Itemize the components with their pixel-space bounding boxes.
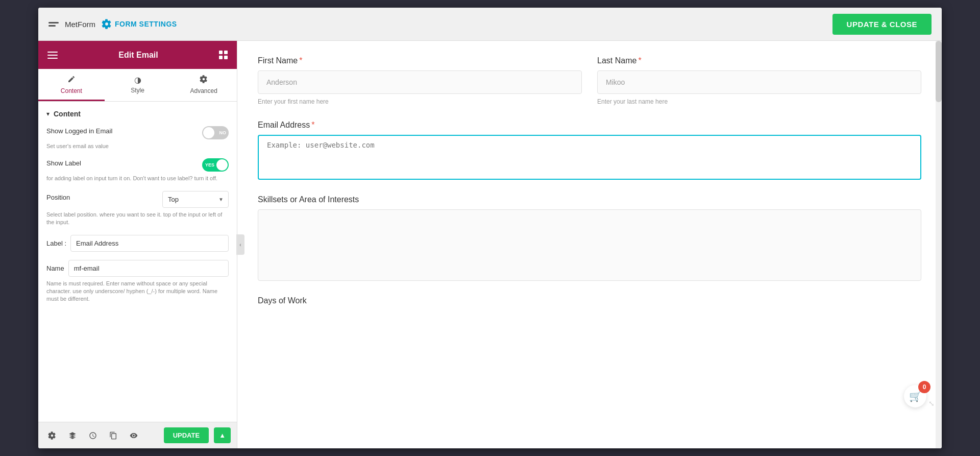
email-required: * bbox=[311, 121, 314, 129]
main-content: First Name* Enter your first name here L… bbox=[237, 41, 942, 448]
skillsets-area[interactable] bbox=[258, 209, 921, 281]
toggle-yes-text: YES bbox=[205, 162, 214, 167]
show-label-row: Show Label YES for adding label on input… bbox=[46, 158, 229, 182]
modal-header: MetForm FORM SETTINGS UPDATE & CLOSE bbox=[38, 8, 942, 41]
content-section-header: ▾ Content bbox=[46, 110, 229, 118]
name-row: First Name* Enter your first name here L… bbox=[258, 56, 921, 105]
show-logged-in-email-row: Show Logged in Email NO Set user's email… bbox=[46, 126, 229, 150]
modal-container: MetForm FORM SETTINGS UPDATE & CLOSE Edi bbox=[38, 8, 942, 448]
tab-style[interactable]: ◑ Style bbox=[105, 69, 171, 101]
last-name-required: * bbox=[638, 56, 641, 65]
name-field-hint: Name is must required. Enter name withou… bbox=[46, 280, 229, 303]
skillsets-wrapper: Skillsets or Area of Interests bbox=[258, 195, 921, 281]
section-title: Content bbox=[54, 110, 81, 118]
duplicate-toolbar-btn[interactable] bbox=[106, 428, 121, 443]
position-select[interactable]: Top Left bbox=[162, 191, 229, 208]
sidebar: Edit Email Content ◑ bbox=[38, 41, 237, 448]
first-name-field: First Name* Enter your first name here bbox=[258, 56, 582, 105]
update-close-button[interactable]: UPDATE & CLOSE bbox=[832, 14, 932, 35]
sidebar-content: ▾ Content Show Logged in Email NO Set us… bbox=[38, 102, 237, 422]
position-label: Position bbox=[46, 194, 70, 201]
label-field-row: Label : bbox=[46, 235, 229, 252]
header-left: MetForm FORM SETTINGS bbox=[48, 18, 177, 30]
bottom-toolbar: UPDATE ▲ bbox=[38, 422, 237, 448]
name-input[interactable] bbox=[68, 260, 229, 277]
style-icon: ◑ bbox=[134, 75, 141, 85]
sidebar-header: Edit Email bbox=[38, 41, 237, 69]
position-hint: Select label position. where you want to… bbox=[46, 211, 229, 227]
last-name-hint: Enter your last name here bbox=[597, 98, 921, 105]
label-field-label: Label : bbox=[46, 239, 66, 247]
metform-label: MetForm bbox=[65, 20, 95, 29]
first-name-required: * bbox=[299, 56, 302, 65]
last-name-field: Last Name* Enter your last name here bbox=[597, 56, 921, 105]
chevron-icon: ▾ bbox=[46, 110, 50, 117]
advanced-tab-label: Advanced bbox=[190, 87, 217, 94]
modal-body: Edit Email Content ◑ bbox=[38, 41, 942, 448]
name-field-label: Name bbox=[46, 265, 64, 272]
cart-badge: 0 bbox=[918, 381, 930, 393]
show-logged-in-email-hint: Set user's email as value bbox=[46, 142, 229, 150]
email-address-wrapper: Email Address* bbox=[258, 121, 921, 180]
grid-icon[interactable] bbox=[219, 51, 228, 59]
gear-icon bbox=[102, 19, 112, 29]
metform-logo: MetForm bbox=[48, 18, 95, 30]
days-of-work-label: Days of Work bbox=[258, 296, 921, 305]
collapse-sidebar-btn[interactable]: ‹ bbox=[236, 234, 244, 255]
tab-content[interactable]: Content bbox=[38, 69, 105, 101]
scrollbar-track bbox=[936, 41, 942, 448]
scrollbar-thumb[interactable] bbox=[936, 41, 942, 102]
position-row: Position Top Left ▼ Select label positio… bbox=[46, 191, 229, 227]
history-toolbar-btn[interactable] bbox=[85, 428, 101, 443]
days-of-work-section: Days of Work bbox=[258, 296, 921, 305]
style-tab-label: Style bbox=[131, 87, 144, 94]
show-label-label: Show Label bbox=[46, 159, 81, 167]
show-logged-in-email-label: Show Logged in Email bbox=[46, 127, 112, 135]
skillsets-label: Skillsets or Area of Interests bbox=[258, 195, 921, 204]
first-name-input[interactable] bbox=[258, 70, 582, 94]
show-label-hint: for adding label on input turn it on. Do… bbox=[46, 175, 229, 182]
email-textarea-wrapper bbox=[258, 135, 921, 180]
cart-container: 0 🛒 bbox=[904, 385, 926, 407]
tab-advanced[interactable]: Advanced bbox=[170, 69, 237, 101]
layers-toolbar-btn[interactable] bbox=[65, 428, 80, 443]
first-name-hint: Enter your first name here bbox=[258, 98, 582, 105]
form-settings-label: FORM SETTINGS bbox=[115, 20, 177, 28]
content-tab-label: Content bbox=[61, 87, 82, 94]
show-logged-in-email-toggle[interactable]: NO bbox=[202, 126, 229, 139]
settings-toolbar-btn[interactable] bbox=[44, 428, 60, 443]
show-label-toggle[interactable]: YES bbox=[202, 158, 229, 172]
toggle-no-text: NO bbox=[219, 130, 227, 135]
sidebar-title: Edit Email bbox=[118, 51, 158, 60]
last-name-label: Last Name* bbox=[597, 56, 921, 65]
email-textarea[interactable] bbox=[267, 141, 912, 172]
last-name-input[interactable] bbox=[597, 70, 921, 94]
hamburger-icon[interactable] bbox=[47, 52, 58, 59]
sidebar-tabs: Content ◑ Style Advanced bbox=[38, 69, 237, 102]
update-button[interactable]: UPDATE bbox=[164, 427, 209, 443]
advanced-icon bbox=[200, 75, 208, 85]
arrow-up-button[interactable]: ▲ bbox=[214, 427, 231, 443]
label-input[interactable] bbox=[70, 235, 229, 252]
email-address-label: Email Address* bbox=[258, 121, 921, 130]
pencil-icon bbox=[67, 75, 76, 85]
eye-toolbar-btn[interactable] bbox=[126, 428, 141, 443]
metform-icon bbox=[48, 18, 61, 30]
first-name-label: First Name* bbox=[258, 56, 582, 65]
name-field-row: Name Name is must required. Enter name w… bbox=[46, 260, 229, 303]
form-settings-link[interactable]: FORM SETTINGS bbox=[102, 19, 177, 29]
